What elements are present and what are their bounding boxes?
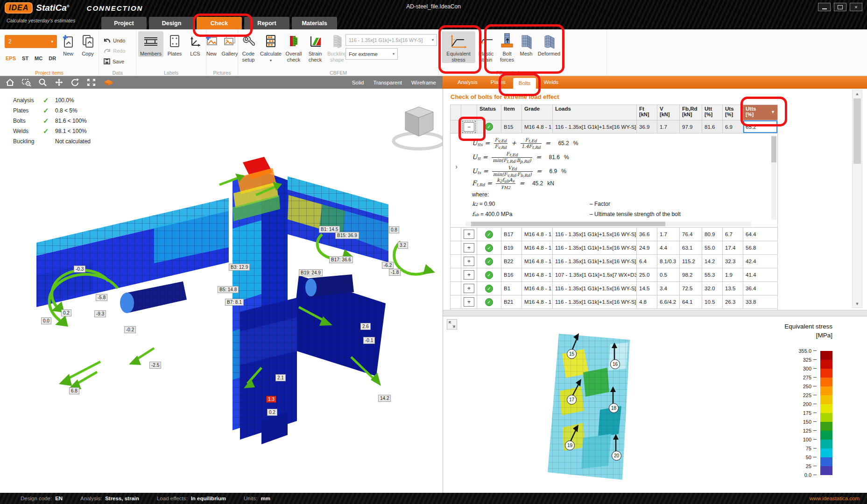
- minimize-button[interactable]: [818, 3, 831, 11]
- table-row[interactable]: + ✓ B22 M16 4.8 - 1 116 - 1.35x[1 G1k]+1…: [450, 255, 778, 268]
- rotate-icon[interactable]: [71, 78, 79, 86]
- bolt-forces-toggle[interactable]: Boltforces: [498, 31, 516, 63]
- header-utts-sorted[interactable]: Utts[%] ▼: [743, 105, 778, 120]
- collapse-row-button[interactable]: −: [464, 122, 474, 132]
- chevron-right-icon[interactable]: ›: [455, 162, 458, 170]
- strain-check-button[interactable]: Straincheck: [305, 31, 325, 63]
- save-button[interactable]: Save: [104, 58, 124, 64]
- scroll-down-icon[interactable]: ▼: [853, 300, 862, 308]
- expand-row-button[interactable]: +: [464, 270, 474, 280]
- panel-splitter[interactable]: [443, 310, 867, 316]
- pan-icon[interactable]: [55, 78, 63, 86]
- tab-design[interactable]: Design: [149, 17, 194, 29]
- header-v[interactable]: V[kN]: [657, 105, 680, 120]
- close-button[interactable]: ×: [850, 3, 862, 11]
- tab-plates[interactable]: Plates: [485, 76, 511, 89]
- header-utt[interactable]: Utt[%]: [702, 105, 723, 120]
- bolt-point-marker[interactable]: 18: [609, 403, 619, 413]
- redo-button[interactable]: Redo: [104, 48, 125, 54]
- calculate-button[interactable]: Calculate▼: [260, 31, 282, 63]
- expand-row-button[interactable]: +: [464, 257, 474, 266]
- table-row[interactable]: + ✓ B21 M16 4.8 - 1 116 - 1.35x[1 G1k]+1…: [450, 295, 778, 309]
- new-picture-button[interactable]: New: [203, 31, 220, 57]
- header-status[interactable]: Status: [477, 105, 501, 120]
- model-value-label: 2.6: [360, 323, 371, 330]
- row-v-cell: 1.7: [657, 120, 680, 133]
- scrollbar-thumb[interactable]: [853, 98, 861, 164]
- header-uts[interactable]: Uts[%]: [723, 105, 743, 120]
- row-utts-cell-selected[interactable]: 65.2: [743, 120, 778, 133]
- header-ft[interactable]: Ft[kN]: [637, 105, 657, 120]
- tab-report[interactable]: Report: [244, 17, 289, 29]
- expand-row-button[interactable]: +: [464, 243, 474, 252]
- extreme-filter-select[interactable]: For extreme▾: [345, 48, 398, 60]
- table-row-expanded[interactable]: − ✓ B15 M16 4.8 - 1 116 - 1.35x[1 G1k]+1…: [450, 120, 778, 133]
- table-row[interactable]: + ✓ B17 M16 4.8 - 1 116 - 1.35x[1 G1k]+1…: [450, 228, 778, 241]
- view-mode-wireframe[interactable]: Wireframe: [411, 80, 436, 85]
- bolt-point-marker[interactable]: 15: [567, 349, 577, 359]
- plastic-strain-toggle[interactable]: Plasticstrain: [476, 31, 496, 63]
- home-icon[interactable]: [6, 78, 14, 86]
- mode-dr[interactable]: DR: [49, 56, 56, 61]
- view-mode-transparent[interactable]: Transparent: [373, 80, 402, 85]
- lcs-toggle[interactable]: LCS: [186, 31, 204, 57]
- tab-analysis[interactable]: Analysis: [452, 76, 483, 89]
- mode-st[interactable]: ST: [22, 56, 28, 61]
- table-row[interactable]: + ✓ B19 M16 4.8 - 1 116 - 1.35x[1 G1k]+1…: [450, 241, 778, 255]
- group-label-labels: Labels: [136, 70, 206, 76]
- solid-brick-icon[interactable]: [103, 78, 114, 86]
- load-combination-select[interactable]: 116 - 1.35x[1 G1k]+1.5x[16 WY-S]▾: [345, 34, 437, 46]
- table-row[interactable]: + ✓ B1 M16 4.8 - 1 116 - 1.35x[1 G1k]+1.…: [450, 282, 778, 295]
- tab-project[interactable]: Project: [101, 17, 147, 29]
- code-setup-button[interactable]: Codesetup: [238, 31, 259, 63]
- tab-welds[interactable]: Welds: [538, 76, 564, 89]
- header-fbrd[interactable]: Fb,Rd[kN]: [680, 105, 702, 120]
- website-link[interactable]: www.ideastatica.com: [810, 496, 860, 501]
- header-grade[interactable]: Grade: [522, 105, 553, 120]
- tab-materials[interactable]: Materials: [292, 17, 337, 29]
- plates-toggle[interactable]: Plates: [164, 31, 185, 57]
- maximize-icon: [838, 5, 843, 9]
- detail-horizontal-scrollbar[interactable]: [465, 222, 751, 226]
- check-summary-row: Buckling Not calculated: [13, 137, 91, 146]
- row-grade-cell: M16 4.8 - 1: [522, 268, 553, 282]
- copy-project-item-button[interactable]: Copy: [78, 31, 97, 57]
- deformed-toggle[interactable]: Deformed: [536, 31, 562, 57]
- gallery-button[interactable]: Gallery: [219, 31, 240, 57]
- zoom-window-icon[interactable]: [22, 78, 31, 86]
- model-value-label: 0.2: [267, 409, 277, 416]
- scroll-up-icon[interactable]: ▲: [853, 90, 862, 98]
- tab-check[interactable]: Check: [197, 17, 242, 29]
- plate-icon: [164, 31, 185, 51]
- results-vertical-scrollbar[interactable]: ▲ ▼: [852, 90, 862, 308]
- bolt-point-marker[interactable]: 16: [610, 359, 620, 369]
- project-item-select[interactable]: 2▾: [5, 35, 57, 48]
- row-uts-cell: 6.7: [723, 228, 743, 241]
- maximize-button[interactable]: [834, 3, 846, 11]
- mesh-toggle[interactable]: Mesh: [517, 31, 535, 57]
- zoom-extents-icon[interactable]: [87, 78, 96, 86]
- header-loads[interactable]: Loads: [553, 105, 637, 120]
- expand-row-button[interactable]: +: [464, 284, 474, 293]
- mode-mc[interactable]: MC: [35, 56, 42, 61]
- mode-eps[interactable]: EPS: [6, 56, 16, 61]
- bolt-point-marker[interactable]: 19: [565, 441, 575, 450]
- detail-vertical-scrollbar[interactable]: [771, 135, 776, 220]
- 3d-viewport[interactable]: Analysis ✓ 100.0% Plates ✓ 0.8 < 5% Bolt…: [0, 89, 443, 493]
- undo-button[interactable]: Undo: [104, 38, 125, 43]
- row-loads-cell: 116 - 1.35x[1 G1k]+1.5x[16 WY-S]: [553, 228, 637, 241]
- overall-check-button[interactable]: Overallcheck: [283, 31, 304, 63]
- expand-row-button[interactable]: +: [464, 297, 474, 307]
- bolt-point-marker[interactable]: 20: [612, 451, 621, 461]
- equivalent-stress-toggle[interactable]: Equivalentstress: [442, 31, 475, 63]
- header-item[interactable]: Item: [501, 105, 522, 120]
- table-row[interactable]: + ✓ B16 M16 4.8 - 1 107 - 1.35x[1 G1k]+1…: [450, 268, 778, 282]
- model-value-label: -6.2: [382, 262, 394, 269]
- new-project-item-button[interactable]: New: [59, 31, 78, 57]
- bolt-point-marker[interactable]: 17: [567, 395, 577, 405]
- tab-bolts[interactable]: Bolts: [513, 78, 536, 89]
- zoom-icon[interactable]: [39, 78, 47, 86]
- expand-row-button[interactable]: +: [464, 230, 474, 239]
- members-toggle[interactable]: Members: [138, 31, 163, 57]
- view-mode-solid[interactable]: Solid: [352, 80, 364, 85]
